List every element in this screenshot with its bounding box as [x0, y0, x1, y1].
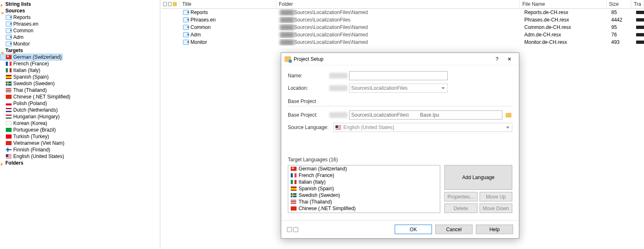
browse-button[interactable]: [505, 111, 512, 119]
row-size: 493: [609, 39, 634, 45]
expand-icon: [1, 2, 4, 6]
tree-target-item[interactable]: Polish (Poland): [0, 100, 160, 107]
table-row[interactable]: Reports████Sources\LocalizationFiles\Nam…: [162, 9, 644, 16]
source-label: Monitor: [13, 41, 30, 47]
tree-target-item[interactable]: Thai (Thailand): [0, 87, 160, 93]
checkbox-icon[interactable]: [163, 2, 167, 6]
tr-flag-icon: [6, 134, 12, 139]
col-folder[interactable]: Folder: [276, 0, 520, 8]
tree-target-item[interactable]: French (France): [0, 60, 160, 67]
target-label: Turkish (Turkey): [13, 134, 49, 139]
language-list-item[interactable]: Swedish (Sweden): [288, 192, 440, 199]
tree-source-item[interactable]: Adm: [0, 34, 160, 41]
redacted-text: ████: [280, 10, 294, 15]
target-label: Dutch (Netherlands): [13, 107, 58, 113]
tree-source-item[interactable]: Phrases.en: [0, 21, 160, 27]
checkbox-icon[interactable]: [168, 2, 172, 6]
redacted-text: ████: [280, 32, 294, 38]
tree-target-item[interactable]: Portuguese (Brazil): [0, 127, 160, 133]
progress-bar-icon: [636, 33, 644, 36]
th-flag-icon: [6, 88, 12, 92]
tree-target-item[interactable]: Spanish (Spain): [0, 74, 160, 80]
tree-source-item[interactable]: Reports: [0, 14, 160, 21]
redacted-text: [329, 73, 347, 79]
tree-target-item[interactable]: Korean (Korea): [0, 120, 160, 127]
source-language-combo[interactable]: English (United States): [333, 123, 512, 132]
col-size[interactable]: Size: [607, 0, 632, 8]
ok-button[interactable]: OK: [395, 225, 432, 234]
tree-target-item[interactable]: Hungarian (Hungary): [0, 113, 160, 120]
tree-source-item[interactable]: Monitor: [0, 41, 160, 47]
tree-folders[interactable]: Folders: [0, 160, 160, 166]
tree-targets[interactable]: Targets: [0, 47, 160, 54]
table-row[interactable]: Common████Sources\LocalizationFiles\Name…: [162, 24, 644, 31]
row-file: Common.de-CH.resx: [522, 24, 609, 31]
help-icon[interactable]: ?: [491, 53, 503, 65]
tree-string-lists[interactable]: String lists: [0, 1, 160, 7]
redacted-text: ████: [280, 24, 294, 30]
status-icon[interactable]: [287, 227, 292, 232]
folder-icon: [506, 113, 511, 117]
tree-target-item[interactable]: Swedish (Sweden): [0, 80, 160, 87]
move-up-button[interactable]: Move Up: [480, 192, 513, 201]
folders-label: Folders: [5, 160, 23, 166]
add-language-button[interactable]: Add Language: [444, 165, 512, 190]
tree-source-item[interactable]: Common: [0, 27, 160, 34]
doc-icon: [183, 10, 189, 15]
table-row[interactable]: Phrases.en████Sources\LocalizationFilesP…: [162, 16, 644, 24]
location-label: Location:: [288, 85, 329, 91]
es-flag-icon: [291, 187, 297, 191]
tree-target-item[interactable]: Turkish (Turkey): [0, 133, 160, 140]
table-row[interactable]: Monitor████Sources\LocalizationFiles\Nam…: [162, 38, 644, 46]
cancel-button[interactable]: Cancel: [435, 225, 473, 234]
row-folder: Sources\LocalizationFiles\Named: [294, 24, 368, 30]
tree-sources[interactable]: Sources: [0, 7, 160, 14]
dialog-title: Project Setup: [294, 56, 491, 62]
tree-target-item[interactable]: Italian (Italy): [0, 67, 160, 74]
progress-bar-icon: [636, 26, 644, 29]
properties-button[interactable]: Properties...: [444, 192, 478, 201]
vn-flag-icon: [6, 141, 12, 145]
target-label: Spanish (Spain): [13, 74, 48, 80]
tree-target-item[interactable]: Chinese (.NET Simplified): [0, 93, 160, 100]
col-file[interactable]: File Name: [520, 0, 606, 8]
target-language-list[interactable]: German (Switzerland)French (France)Itali…: [288, 165, 440, 213]
language-list-item[interactable]: Thai (Thailand): [288, 199, 440, 205]
tree-target-item[interactable]: Vietnamese (Viet Nam): [0, 140, 160, 146]
delete-button[interactable]: Delete: [444, 204, 478, 213]
language-label: Thai (Thailand): [299, 199, 332, 205]
language-list-item[interactable]: French (France): [288, 172, 440, 179]
help-button[interactable]: Help: [476, 225, 513, 234]
language-label: Italian (Italy): [299, 179, 326, 185]
doc-icon: [6, 28, 12, 33]
table-header: Title Folder File Name Size Tra: [162, 0, 644, 9]
language-list-item[interactable]: Italian (Italy): [288, 179, 440, 185]
close-icon[interactable]: ✕: [503, 53, 516, 65]
table-row[interactable]: Adm████Sources\LocalizationFiles\NamedAd…: [162, 31, 644, 38]
progress-bar-icon: [636, 41, 644, 44]
col-title[interactable]: Title: [180, 0, 276, 8]
language-label: French (France): [299, 172, 334, 178]
se-flag-icon: [6, 81, 12, 86]
col-select[interactable]: [162, 1, 180, 7]
status-icon[interactable]: [293, 227, 298, 232]
language-list-item[interactable]: Chinese (.NET Simplified): [288, 205, 440, 212]
language-list-item[interactable]: German (Switzerland): [288, 165, 440, 172]
row-size: 85: [609, 9, 634, 16]
fr-flag-icon: [291, 173, 297, 177]
tree-target-item[interactable]: English (United States): [0, 153, 160, 160]
folder-icon: [173, 2, 177, 6]
base-project-input[interactable]: [349, 110, 502, 120]
location-combo[interactable]: Sources\LocalizationFiles: [349, 84, 448, 93]
move-down-button[interactable]: Move Down: [480, 204, 513, 213]
name-label: Name:: [288, 73, 329, 79]
tree-target-item[interactable]: Finnish (Finland): [0, 146, 160, 153]
name-input[interactable]: [349, 71, 448, 80]
row-file: Monitor.de-CH.resx: [522, 39, 609, 45]
col-tra[interactable]: Tra: [631, 0, 644, 8]
tree-target-item[interactable]: Dutch (Netherlands): [0, 107, 160, 113]
source-label: Common: [13, 28, 34, 34]
language-list-item[interactable]: Spanish (Spain): [288, 185, 440, 192]
tree-target-item[interactable]: German (Switzerland): [0, 54, 63, 60]
dialog-titlebar[interactable]: Project Setup ? ✕: [281, 53, 519, 65]
